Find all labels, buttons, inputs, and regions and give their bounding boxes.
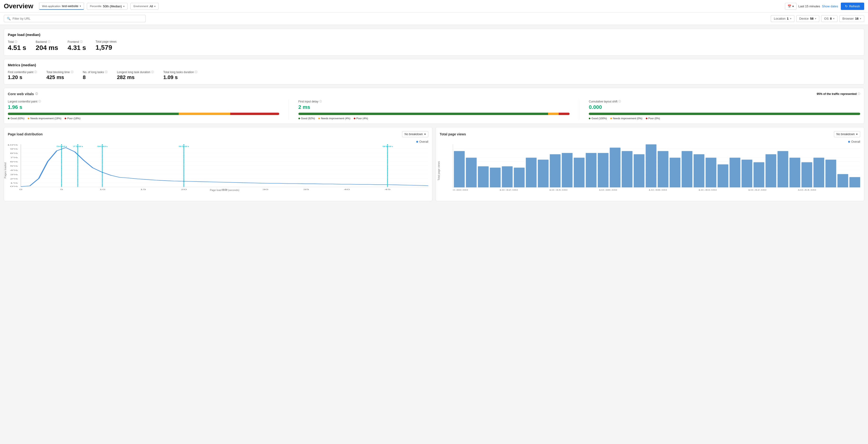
overall-dot-icon [416, 141, 418, 143]
cwv-metrics: Largest contentful paint ⓘ 1.96 s Good (… [8, 100, 860, 120]
dist-overall-label: Overall [419, 140, 428, 143]
info-icon-backend[interactable]: ⓘ [48, 40, 51, 43]
legend-good: Good (63%) [8, 117, 24, 120]
cwv-title: Core web vitals ⓘ [8, 92, 38, 96]
metric-backend: Backend ⓘ 204 ms [36, 40, 58, 52]
svg-rect-72 [514, 168, 525, 187]
svg-text:10:40:00: 10:40:00 [698, 189, 717, 191]
time-range-text: Last 15 minutes [799, 4, 820, 8]
os-filter[interactable]: OS 8 ▾ [821, 15, 837, 22]
dist-y-label: Pages loaded [4, 162, 7, 178]
views-chart-container: Total page views 65 60 55 50 45 40 35 30… [440, 144, 860, 197]
dist-x-label: Page load time (seconds) [21, 189, 428, 191]
browser-filter[interactable]: Browser 16 ▾ [839, 15, 864, 22]
dist-chart-title: Page load distribution [8, 132, 42, 136]
dist-chart-svg: 10% 9% 8% 7% 6% 5% 4% 3% 2% 1% 0% [21, 144, 428, 187]
svg-text:40: 40 [344, 188, 350, 190]
percentile-filter[interactable]: Percentile 50th (Median) ▾ [87, 3, 128, 10]
info-icon-fcp[interactable]: ⓘ [34, 70, 37, 74]
svg-text:10:42:00: 10:42:00 [748, 189, 767, 191]
svg-text:45: 45 [384, 188, 391, 190]
svg-rect-98 [826, 160, 836, 187]
svg-rect-96 [802, 162, 812, 187]
page-load-dist-card: Page load distribution No breakdown ▾ Ov… [4, 127, 432, 201]
dist-breakdown-button[interactable]: No breakdown ▾ [402, 131, 428, 137]
svg-text:5%: 5% [10, 165, 18, 167]
info-icon-tbt[interactable]: ⓘ [71, 70, 73, 74]
svg-text:6%: 6% [10, 161, 18, 163]
info-icon-traffic[interactable]: ⓘ [858, 92, 860, 96]
cwv-cls: Cumulative layout shift ⓘ 0.000 Good (10… [589, 100, 860, 120]
legend-good-fid: Good (92%) [299, 117, 315, 120]
calendar-arrow-icon: ▾ [792, 4, 794, 8]
info-icon-fid[interactable]: ⓘ [319, 100, 322, 103]
svg-text:9%: 9% [10, 148, 18, 150]
device-arrow-icon: ▾ [815, 17, 816, 20]
svg-rect-89 [717, 165, 728, 187]
refresh-button[interactable]: ↻ Refresh [841, 3, 864, 10]
legend-needs-fid: Needs improvement (4%) [318, 117, 350, 120]
info-icon-cls[interactable]: ⓘ [618, 100, 621, 103]
os-arrow-icon: ▾ [833, 17, 834, 20]
dist-chart-container: Pages loaded 10% 9% 8% 7% 6% 5% 4% 3% 2%… [8, 144, 428, 196]
page-load-card: Page load (median) Total ⓘ 4.51 s Backen… [4, 29, 864, 56]
svg-text:15: 15 [140, 188, 146, 190]
fid-poor-segment [559, 113, 569, 115]
svg-rect-69 [478, 167, 489, 187]
views-chart-title: Total page views [440, 132, 466, 136]
show-dates-button[interactable]: Show dates [822, 4, 838, 8]
info-icon-lcp[interactable]: ⓘ [38, 100, 41, 103]
svg-text:10:38:00: 10:38:00 [648, 189, 667, 191]
location-filter-label: Location [774, 17, 785, 20]
svg-rect-91 [742, 160, 752, 187]
browser-arrow-icon: ▾ [860, 17, 861, 20]
poor-dot-cls-icon [646, 118, 647, 119]
svg-text:10:30:00: 10:30:00 [453, 189, 468, 191]
info-icon-frontend[interactable]: ⓘ [80, 40, 83, 43]
web-app-filter[interactable]: Web application test-website ▾ [39, 3, 84, 10]
svg-rect-99 [837, 174, 848, 187]
svg-text:10:36:00: 10:36:00 [598, 189, 617, 191]
calendar-button[interactable]: 📅 ▾ [785, 3, 797, 10]
info-icon-longtasks[interactable]: ⓘ [105, 70, 107, 74]
cwv-fid: First input delay ⓘ 2 ms Good (92%) [299, 100, 580, 120]
device-filter[interactable]: Device 58 ▾ [796, 15, 819, 22]
svg-rect-83 [646, 144, 656, 187]
page-load-title: Page load (median) [8, 33, 860, 37]
charts-row: Page load distribution No breakdown ▾ Ov… [4, 127, 864, 201]
svg-rect-97 [813, 158, 824, 187]
url-search-input[interactable] [12, 17, 143, 20]
views-chart-svg: 65 60 55 50 45 40 35 30 25 20 15 10 5 0 [453, 144, 860, 192]
metric-total-label: Total ⓘ [8, 40, 26, 43]
info-icon-cwv[interactable]: ⓘ [35, 92, 38, 96]
page-load-metrics: Total ⓘ 4.51 s Backend ⓘ 204 ms Frontend… [8, 40, 860, 52]
os-filter-count: 8 [830, 17, 832, 20]
svg-rect-94 [778, 151, 788, 187]
metric-total-value: 4.51 s [8, 44, 26, 52]
views-overall-label: Overall [851, 140, 860, 143]
legend-poor: Poor (18%) [65, 117, 81, 120]
search-icon: 🔍 [7, 17, 11, 20]
metric-frontend-value: 4.31 s [68, 44, 86, 52]
svg-text:1%: 1% [10, 182, 18, 184]
lcp-good-segment [8, 113, 179, 115]
info-icon-total[interactable]: ⓘ [15, 40, 17, 43]
svg-rect-81 [622, 151, 632, 187]
views-breakdown-button[interactable]: No breakdown ▾ [834, 131, 860, 137]
dist-breakdown-label: No breakdown [405, 132, 423, 136]
web-app-label: Web application [42, 5, 61, 7]
info-icon-longesttask[interactable]: ⓘ [151, 70, 154, 74]
environment-filter[interactable]: Environment All ▾ [130, 3, 159, 10]
svg-rect-86 [682, 151, 692, 187]
cwv-fid-legend: Good (92%) Needs improvement (4%) Poor (… [299, 117, 570, 120]
lcp-poor-segment [230, 113, 279, 115]
location-filter[interactable]: Location 1 ▾ [771, 15, 794, 22]
cls-good-segment [589, 113, 860, 115]
url-search-container[interactable]: 🔍 [4, 15, 146, 22]
svg-text:3%: 3% [10, 174, 18, 176]
svg-text:30: 30 [262, 188, 268, 190]
cwv-cls-label: Cumulative layout shift ⓘ [589, 100, 860, 103]
info-icon-totallongtasks[interactable]: ⓘ [195, 70, 197, 74]
device-filter-label: Device [799, 17, 809, 20]
percentile-label: Percentile [90, 5, 101, 7]
